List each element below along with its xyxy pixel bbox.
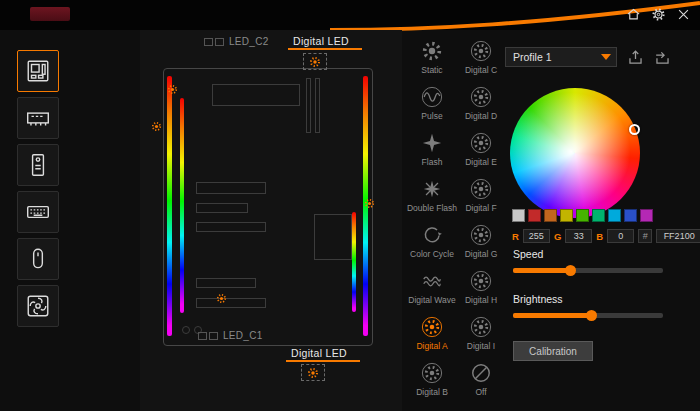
color-swatch-row [512,209,653,222]
mode-label: Digital D [465,111,497,121]
brightness-slider-thumb[interactable] [586,310,597,321]
color-wheel-indicator[interactable] [629,124,640,135]
speed-slider-fill [513,268,570,273]
color-swatch-3[interactable] [560,209,573,222]
sidebar-item-keyboard[interactable] [17,191,59,233]
chassis-icon [25,152,51,178]
mode-digital-a[interactable]: Digital A [406,314,458,360]
mode-label: Digital C [465,65,497,75]
led-mode-icon [468,84,494,110]
digital-led-zone-top[interactable] [303,53,327,70]
led-mode-icon [468,314,494,340]
led-strip [352,212,356,312]
calibration-button[interactable]: Calibration [513,341,593,361]
mode-digital-g[interactable]: Digital G [458,222,504,268]
dflash-mode-icon [419,176,445,202]
digital-led-zone-bottom[interactable] [301,364,325,381]
off-mode-icon [468,360,494,386]
r-value-field[interactable]: 255 [523,229,550,243]
led-mode-icon [419,314,445,340]
flash-mode-icon [419,130,445,156]
pcie-slot [196,182,266,194]
mode-label: Digital A [416,341,447,351]
home-icon[interactable] [625,6,642,23]
close-icon[interactable] [675,6,692,23]
mode-label: Static [421,65,442,75]
chipset [314,214,352,260]
fan-icon [25,293,51,319]
b-label: B [596,231,603,242]
pcie-slot [196,278,256,288]
sun-mode-icon [419,38,445,64]
connector-chip-icon [198,332,207,340]
color-wheel[interactable] [510,88,640,218]
mode-static[interactable]: Static [406,38,458,84]
mode-label: Digital F [465,203,496,213]
zone-label-digital-led-top: Digital LED [293,35,349,47]
led-zone-marker[interactable] [151,121,162,132]
mode-digital-wave[interactable]: Digital Wave [406,268,458,314]
color-swatch-6[interactable] [608,209,621,222]
rgb-value-row: R 255 G 33 B 0 # FF2100 [512,229,700,243]
color-swatch-4[interactable] [576,209,589,222]
pcie-slot [196,298,266,308]
mode-digital-e[interactable]: Digital E [458,130,504,176]
g-value-field[interactable]: 33 [565,229,592,243]
led-zone-marker[interactable] [167,84,178,95]
ram-slot [306,78,311,133]
mode-pulse[interactable]: Pulse [406,84,458,130]
mode-flash[interactable]: Flash [406,130,458,176]
g-label: G [554,231,561,242]
mode-label: Color Cycle [410,249,454,259]
hex-value-field[interactable]: FF2100 [656,229,700,243]
led-mode-icon [419,360,445,386]
mode-digital-i[interactable]: Digital I [458,314,504,360]
color-swatch-2[interactable] [544,209,557,222]
led-mode-icon [468,130,494,156]
mode-digital-b[interactable]: Digital B [406,360,458,406]
motherboard-outline [163,68,373,346]
wave-mode-icon [419,268,445,294]
r-label: R [512,231,519,242]
mode-label: Double Flash [407,203,457,213]
led-zone-marker[interactable] [364,198,375,209]
mode-double-flash[interactable]: Double Flash [406,176,458,222]
led-mode-icon [468,176,494,202]
sidebar-item-fan[interactable] [17,285,59,327]
sidebar-item-memory[interactable] [17,97,59,139]
color-swatch-8[interactable] [640,209,653,222]
speed-slider-thumb[interactable] [565,265,576,276]
mode-off[interactable]: Off [458,360,504,406]
profile-import-icon[interactable] [653,48,672,67]
gear-icon[interactable] [650,6,667,23]
mode-digital-d[interactable]: Digital D [458,84,504,130]
hex-hash-label: # [638,229,652,243]
speed-slider[interactable] [513,268,663,273]
mode-digital-c[interactable]: Digital C [458,38,504,84]
pcie-slot [196,222,266,232]
profile-export-icon[interactable] [626,48,645,67]
mode-digital-h[interactable]: Digital H [458,268,504,314]
sidebar-item-chassis[interactable] [17,144,59,186]
profile-dropdown-value: Profile 1 [506,51,601,63]
mode-digital-f[interactable]: Digital F [458,176,504,222]
zone-underline-top [288,48,362,50]
speed-label: Speed [513,248,543,260]
mode-color-cycle[interactable]: Color Cycle [406,222,458,268]
motherboard-icon [25,58,51,84]
color-swatch-0[interactable] [512,209,525,222]
sidebar-item-motherboard[interactable] [17,50,59,92]
color-swatch-7[interactable] [624,209,637,222]
connector-label-led-c2: LED_C2 [229,36,269,47]
titlebar [0,0,700,30]
zone-underline-bottom [286,360,360,362]
led-zone-marker[interactable] [216,293,227,304]
profile-dropdown[interactable]: Profile 1 [505,47,617,67]
color-swatch-1[interactable] [528,209,541,222]
color-swatch-5[interactable] [592,209,605,222]
sidebar-item-mouse[interactable] [17,238,59,280]
mode-label: Digital G [465,249,498,259]
cpu-socket [212,84,300,106]
b-value-field[interactable]: 0 [607,229,634,243]
brightness-slider[interactable] [513,313,663,318]
